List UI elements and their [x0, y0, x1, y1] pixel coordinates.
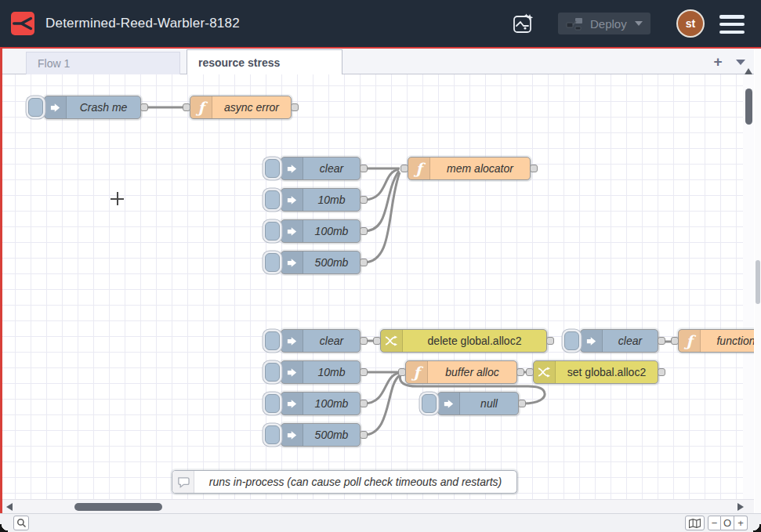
menu-bar-icon — [719, 15, 745, 19]
menu-bar-icon — [719, 23, 745, 27]
inject-trigger-button[interactable] — [265, 394, 280, 413]
input-port[interactable] — [671, 337, 679, 345]
output-port[interactable] — [360, 337, 368, 345]
output-port[interactable] — [516, 368, 524, 376]
output-port[interactable] — [140, 103, 148, 111]
deploy-label: Deploy — [590, 17, 627, 31]
scroll-up-icon[interactable] — [745, 68, 752, 74]
inject-trigger-button[interactable] — [265, 425, 280, 444]
zoom-in-button[interactable]: + — [734, 516, 748, 530]
flowfuse-logo-icon[interactable] — [11, 12, 34, 35]
node-label: runs in-process (can cause poll check ti… — [194, 471, 516, 493]
change-node[interactable]: delete global.alloc2 — [380, 329, 547, 353]
inject-trigger-button[interactable] — [265, 331, 280, 350]
inject-node[interactable]: 100mb — [281, 219, 361, 243]
browser-scrollbar[interactable] — [755, 49, 761, 513]
inject-node[interactable]: clear — [281, 157, 361, 180]
inject-arrow-icon — [581, 330, 603, 352]
inject-trigger-button[interactable] — [265, 253, 280, 272]
user-avatar[interactable]: st — [676, 9, 705, 38]
node-label: set global.alloc2 — [556, 361, 658, 383]
inject-node[interactable]: 500mb — [281, 423, 361, 447]
node-label: 100mb — [303, 393, 360, 414]
deploy-nodes-icon — [566, 17, 583, 31]
inject-node[interactable]: 10mb — [281, 188, 361, 212]
function-icon: ƒ — [190, 96, 212, 118]
flowfuse-editor-window: Determined-Reed-Warbler-8182 Deploy st — [0, 0, 761, 532]
comment-bubble-icon — [172, 471, 194, 493]
inject-trigger-button[interactable] — [265, 363, 280, 382]
inject-node[interactable]: 500mb — [281, 251, 361, 274]
horizontal-scrollbar[interactable] — [2, 499, 754, 513]
input-port[interactable] — [400, 165, 408, 172]
output-port[interactable] — [658, 368, 665, 376]
zoom-out-button[interactable]: − — [708, 516, 721, 530]
output-port[interactable] — [518, 400, 526, 407]
function-icon: ƒ — [408, 157, 430, 179]
inject-node[interactable]: null — [437, 392, 519, 415]
change-node[interactable]: set global.alloc2 — [533, 360, 658, 384]
vertical-scrollbar[interactable] — [743, 67, 754, 513]
inject-arrow-icon — [281, 424, 303, 446]
wire[interactable] — [364, 373, 399, 404]
output-port[interactable] — [658, 337, 665, 345]
input-port[interactable] — [373, 337, 381, 345]
wire[interactable] — [364, 375, 400, 435]
function-node[interactable]: ƒ buffer alloc — [405, 360, 517, 384]
output-port[interactable] — [360, 196, 368, 204]
node-label: 100mb — [303, 220, 360, 242]
inject-node[interactable]: 100mb — [281, 392, 361, 415]
horizontal-scroll-thumb[interactable] — [74, 503, 162, 511]
scroll-right-icon[interactable] — [737, 503, 744, 511]
function-icon: ƒ — [679, 330, 701, 352]
node-label: mem alocator — [430, 157, 530, 179]
input-port[interactable] — [183, 103, 190, 111]
search-icon — [16, 518, 27, 528]
search-flows-button[interactable] — [13, 516, 29, 530]
output-port[interactable] — [360, 165, 368, 172]
output-port[interactable] — [360, 431, 368, 439]
inject-trigger-button[interactable] — [564, 331, 579, 350]
output-port[interactable] — [530, 165, 538, 172]
inject-trigger-button[interactable] — [265, 190, 280, 209]
comment-node[interactable]: runs in-process (can cause poll check ti… — [172, 470, 517, 494]
inject-node[interactable]: clear — [580, 329, 658, 353]
inject-trigger-button[interactable] — [28, 98, 43, 117]
function-node[interactable]: ƒ async error — [190, 96, 292, 119]
inject-node[interactable]: clear — [281, 329, 361, 353]
inject-arrow-icon — [281, 220, 303, 242]
window-corner — [0, 524, 8, 532]
deploy-dropdown-caret-icon[interactable] — [635, 21, 643, 26]
output-port[interactable] — [360, 227, 368, 235]
scroll-left-icon[interactable] — [6, 503, 13, 511]
inject-trigger-button[interactable] — [265, 222, 280, 241]
inject-arrow-icon — [281, 189, 303, 211]
node-label: 10mb — [303, 361, 360, 383]
inject-node[interactable]: Crash me — [44, 96, 141, 119]
main-menu-button[interactable] — [719, 15, 745, 34]
browser-scroll-thumb[interactable] — [756, 260, 760, 304]
output-port[interactable] — [360, 400, 368, 407]
zoom-controls: − O + — [708, 516, 748, 530]
inject-trigger-button[interactable] — [422, 394, 437, 413]
output-port[interactable] — [360, 259, 368, 266]
vertical-scroll-thumb[interactable] — [745, 89, 752, 125]
inject-arrow-icon — [45, 96, 67, 118]
zoom-reset-button[interactable]: O — [721, 516, 734, 530]
workspace[interactable]: Flow 1 resource stress + Crash me — [0, 49, 754, 513]
inject-arrow-icon — [281, 361, 303, 383]
deploy-button[interactable]: Deploy — [558, 13, 650, 34]
input-port[interactable] — [398, 368, 406, 376]
output-port[interactable] — [360, 368, 368, 376]
inject-node[interactable]: 10mb — [281, 360, 361, 384]
function-node[interactable]: ƒ mem alocator — [408, 157, 531, 180]
change-shuffle-icon — [381, 330, 403, 352]
input-port[interactable] — [526, 368, 534, 376]
node-label: null — [460, 393, 518, 414]
output-port[interactable] — [291, 103, 299, 111]
output-port[interactable] — [546, 337, 554, 345]
inject-trigger-button[interactable] — [265, 159, 280, 178]
node-label: clear — [603, 330, 658, 352]
flow-assistant-icon[interactable] — [509, 9, 538, 38]
navigator-toggle-button[interactable] — [685, 516, 705, 530]
